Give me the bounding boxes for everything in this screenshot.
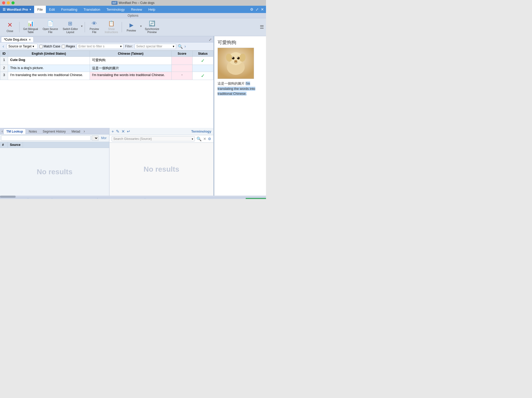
table-row[interactable]: 1 Cute Dog 可愛狗狗 ✓ [0, 57, 213, 65]
filter-text-placeholder: Enter text to filter s [78, 45, 104, 48]
term-edit-button[interactable]: ✎ [116, 129, 119, 134]
tm-filter-input[interactable] [1, 135, 91, 141]
row-source[interactable]: This is a dog's picture. [8, 65, 90, 72]
row-source[interactable]: I'm translating the words into tradition… [8, 72, 90, 80]
row-score [172, 65, 193, 72]
term-search-icon[interactable]: 🔍 [196, 136, 202, 141]
match-case-checkbox[interactable]: Match Case [39, 45, 60, 48]
horizontal-scrollbar[interactable] [0, 196, 266, 198]
term-delete-button[interactable]: ✕ [121, 129, 125, 134]
resize-icon[interactable]: ⤢ [256, 7, 259, 11]
match-case-input[interactable] [39, 45, 43, 48]
minimize-window-button[interactable] [7, 1, 10, 4]
tab-notes[interactable]: Notes [26, 129, 40, 134]
open-source-button[interactable]: 📄 Open SourceFile [41, 19, 60, 35]
filter-search-button[interactable]: 🔍 [178, 44, 183, 49]
tm-filter-select[interactable] [92, 135, 98, 141]
layout-chevron-icon: ▼ [81, 25, 83, 28]
close-button[interactable]: ✕ Close [2, 20, 18, 34]
filter-prev-icon[interactable]: ‹ [2, 43, 5, 49]
tm-filter-row: Mor [0, 134, 109, 142]
filter-input-chevron-icon: ▾ [120, 45, 122, 48]
bottom-tab-prev-icon[interactable]: ‹ [1, 128, 3, 134]
tm-more-button[interactable]: Mor [100, 136, 108, 140]
row-target[interactable]: I'm translating the words into tradition… [90, 72, 172, 80]
show-instructions-button[interactable]: 📋 ShowInstructions [103, 19, 120, 35]
brand-label: Wordfast Pro [7, 8, 28, 11]
main-area: *Cute Dog.docx ✕ ⤢ ‹ Source or Target ▾ … [0, 36, 266, 196]
options-bar: Options [0, 13, 266, 18]
settings-icon[interactable]: ⚙ [250, 7, 253, 11]
tab-bar: *Cute Dog.docx ✕ ⤢ [0, 36, 213, 42]
synchronize-button[interactable]: 🔄 SynchronizePreview [143, 19, 161, 35]
menu-formatting[interactable]: Formatting [58, 6, 81, 13]
tab-close-icon[interactable]: ✕ [29, 38, 31, 41]
close-icon: ✕ [7, 21, 13, 29]
hamburger-icon: ☰ [3, 8, 6, 11]
scrollbar-thumb[interactable] [0, 196, 16, 198]
menu-review[interactable]: Review [128, 6, 145, 13]
source-target-select[interactable]: Source or Target ▾ [7, 44, 38, 49]
bottom-tab-next-icon[interactable]: › [83, 128, 85, 134]
term-confirm-button[interactable]: ↵ [127, 129, 130, 134]
tab-metad[interactable]: Metad [69, 129, 83, 134]
row-source[interactable]: Cute Dog [8, 57, 90, 65]
menu-help[interactable]: Help [145, 6, 158, 13]
window-controls [2, 1, 15, 4]
regex-checkbox[interactable]: Regex [62, 45, 75, 48]
tab-tm-lookup[interactable]: TM Lookup [3, 129, 26, 134]
row-target[interactable]: 這是一個狗的圖片 [90, 65, 172, 72]
regex-input[interactable] [62, 45, 65, 48]
close-icon[interactable]: ✕ [261, 7, 264, 11]
menu-file[interactable]: File [34, 6, 46, 13]
toolbar-menu-icon[interactable]: ☰ [260, 24, 264, 30]
app-icon: WF [112, 1, 117, 5]
preview-text: 這是一個狗的圖片 I'm translating the words into … [218, 81, 263, 96]
special-filter-select[interactable]: Select special filter ▾ [134, 44, 176, 49]
col-status: Status [193, 51, 213, 57]
table-row[interactable]: 3 I'm translating the words into traditi… [0, 72, 213, 80]
term-search-input[interactable]: Search Glossaries (Source) ▾ [112, 136, 195, 141]
switch-layout-button[interactable]: ⊞ Switch EditorLayout [61, 19, 80, 35]
preview-button[interactable]: ▶ Preview [123, 21, 139, 33]
bilingual-label: Get BilingualTable [23, 28, 38, 34]
synchronize-icon: 🔄 [149, 20, 155, 27]
preview-text-before: 這是一個狗的圖片 [218, 82, 246, 85]
bottom-panels: ‹ TM Lookup Notes Segment History Metad … [0, 128, 213, 196]
menu-terminology[interactable]: Terminology [103, 6, 128, 13]
status-segment-detail: Segment (Src/Tgt/Max): 51/51/- [52, 198, 98, 199]
app-brand[interactable]: ☰ Wordfast Pro ▼ [0, 6, 34, 13]
filter-next-icon[interactable]: › [184, 44, 186, 49]
table-row[interactable]: 2 This is a dog's picture. 這是一個狗的圖片 [0, 65, 213, 72]
col-id: ID [0, 51, 8, 57]
term-clear-icon[interactable]: ✕ [203, 137, 206, 141]
filter-text-input[interactable]: Enter text to filter s ▾ [77, 44, 123, 49]
bilingual-table-button[interactable]: 📊 Get BilingualTable [21, 19, 40, 35]
toolbar-sep-1 [19, 22, 20, 32]
row-score: - [172, 72, 193, 80]
maximize-window-button[interactable] [11, 1, 15, 4]
tm-table-header: # Source [0, 142, 109, 148]
close-window-button[interactable] [2, 1, 5, 4]
tab-cute-dog[interactable]: *Cute Dog.docx ✕ [1, 37, 34, 42]
col-target: Chinese (Taiwan) [90, 51, 172, 57]
terminology-title: Terminology [191, 129, 211, 133]
col-source: English (United States) [8, 51, 90, 57]
window-title: WF Wordfast Pro – Cute dogs [112, 1, 154, 5]
left-panel: *Cute Dog.docx ✕ ⤢ ‹ Source or Target ▾ … [0, 36, 214, 196]
status-segments: Segments: 3/3 [28, 198, 52, 199]
term-add-button[interactable]: + [112, 129, 114, 134]
tab-expand-icon[interactable]: ⤢ [208, 37, 212, 42]
special-filter-label: Select special filter [136, 45, 162, 48]
term-settings-icon[interactable]: ⚙ [208, 137, 211, 141]
menu-edit[interactable]: Edit [46, 6, 58, 13]
tab-segment-history[interactable]: Segment History [40, 129, 69, 134]
preview-file-label: PreviewFile [90, 28, 99, 34]
terminology-panel: + ✎ ✕ ↵ Terminology Search Glossaries (S… [109, 128, 213, 196]
tm-col-num: # [0, 142, 8, 148]
status-lang: EN-US → ZH-TW [0, 198, 28, 199]
preview-file-button[interactable]: 👁 PreviewFile [86, 20, 102, 35]
switch-layout-label: Switch EditorLayout [63, 28, 78, 34]
row-target[interactable]: 可愛狗狗 [90, 57, 172, 65]
menu-translation[interactable]: Translation [81, 6, 103, 13]
